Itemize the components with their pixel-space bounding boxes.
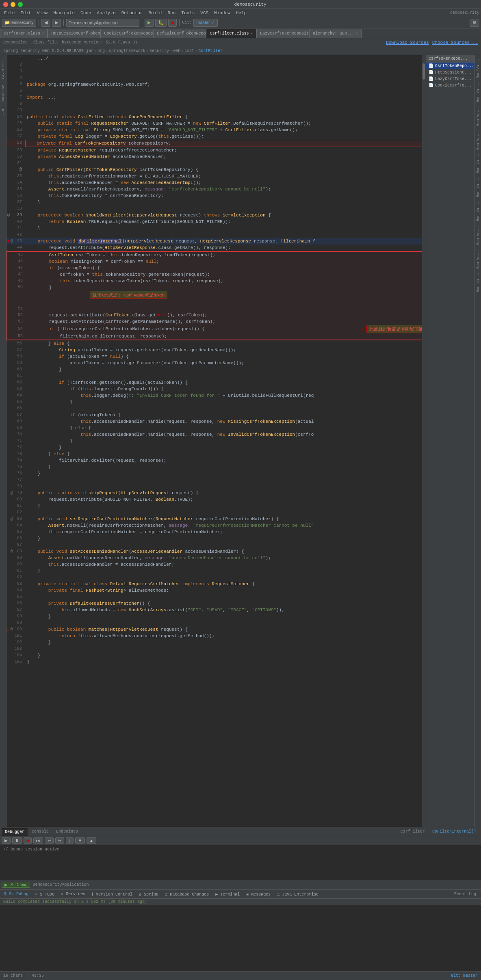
menu-vcs[interactable]: VCS <box>198 10 211 16</box>
toolbar-forward-btn[interactable]: ▶ <box>52 19 61 27</box>
right-panel-item-2[interactable]: 📄 LazyCsrfToke... <box>426 76 474 82</box>
menu-code[interactable]: Code <box>78 10 93 16</box>
far-tab-0[interactable]: Run/Va... <box>475 57 481 80</box>
bottom-btn-database[interactable]: ⊞ Database Changes <box>162 891 211 897</box>
bottom-btn-services[interactable]: ○ Services <box>58 891 88 897</box>
menu-tools[interactable]: Tools <box>179 10 197 16</box>
debug-variables-btn[interactable]: ▲ <box>87 837 96 844</box>
far-tab-9[interactable]: Bun Va... <box>475 271 481 294</box>
menu-view[interactable]: View <box>35 10 50 16</box>
tab-close-icon[interactable]: ✕ <box>356 31 358 36</box>
separator-1 <box>39 19 39 26</box>
bottom-btn-messages[interactable]: ✉ Messages <box>244 891 273 897</box>
far-tab-4[interactable]: Bun Va... <box>475 152 481 175</box>
far-tab-8[interactable]: Bun Va... <box>475 247 481 270</box>
menu-help[interactable]: Help <box>234 10 249 16</box>
debug-step-out-btn[interactable]: ↪ <box>55 837 64 844</box>
menu-file[interactable]: File <box>2 10 17 16</box>
debug-pause-btn[interactable]: ⏸ <box>12 837 22 844</box>
code-line-27: 27 private final Log logger = LogFactory… <box>6 133 426 140</box>
left-tab-favorites[interactable]: Favorites <box>1 57 6 82</box>
vertical-scrollbar[interactable] <box>422 55 426 827</box>
bottom-btn-vcs[interactable]: ℹ Version Control <box>89 891 135 897</box>
toolbar-back-btn[interactable]: ◀ <box>41 19 50 27</box>
choose-sources-link[interactable]: Choose Sources... <box>432 40 478 45</box>
bottom-btn-debug[interactable]: $ S: Debug <box>2 891 31 897</box>
bottom-btn-spring[interactable]: ✿ Spring <box>136 891 161 897</box>
far-tab-1[interactable]: Bun Va... <box>475 81 481 104</box>
window-controls[interactable] <box>3 2 23 7</box>
run-app-btn[interactable]: ▶ S: Debug <box>2 882 30 888</box>
git-btn[interactable]: master ✓ <box>193 19 218 27</box>
tab-lazy[interactable]: LazyCsrfTokenRepository.class ✕ <box>256 29 309 38</box>
menu-edit[interactable]: Edit <box>18 10 33 16</box>
minimize-btn[interactable] <box>11 2 15 7</box>
code-line-94: 94 private final HashSet<String> allowed… <box>6 587 426 594</box>
debug-btn[interactable]: 🐛 <box>155 19 167 27</box>
right-panel-item-0[interactable]: 📄 CsrfTokenRepo... <box>426 63 474 69</box>
stop-btn[interactable]: ■ <box>168 19 177 27</box>
tab-csrf-filter[interactable]: CsrfFilter.class ✕ <box>206 29 256 38</box>
code-line-91: 91 } <box>6 568 426 574</box>
far-tab-6[interactable]: Bun Va... <box>475 200 481 223</box>
search-input[interactable] <box>66 19 139 27</box>
tab-hierarchy[interactable]: Hierarchy: Sub... ✕ <box>309 29 362 38</box>
far-tab-2[interactable]: Bun Va... <box>475 104 481 128</box>
run-btn[interactable]: ▶ <box>145 19 154 27</box>
menu-build[interactable]: Build <box>146 10 164 16</box>
far-tab-3[interactable]: Bun Va... <box>475 128 481 151</box>
code-editor[interactable]: 1 .../ 2 3 4 5 package org.springframewo… <box>6 55 426 827</box>
debug-step-over-btn[interactable]: ⏭ <box>33 837 43 844</box>
code-line-38: 38 <box>6 206 426 212</box>
code-line-30: 30 private AccessDeniedHandler accessDen… <box>6 154 426 160</box>
left-tab-ant[interactable]: Ant <box>1 106 6 117</box>
right-panel-item-3[interactable]: 📄 CookieCsrfTo... <box>426 82 474 89</box>
right-panel-item-1[interactable]: 📄 HttpSessionC... <box>426 69 474 76</box>
code-line-98: 98 } <box>6 613 426 620</box>
menu-navigate[interactable]: Navigate <box>51 10 77 16</box>
tab-csrf-token[interactable]: CsrfToken.class ✕ <box>0 29 48 38</box>
menu-refactor[interactable]: Refactor <box>119 10 145 16</box>
debug-tab-console[interactable]: Console <box>28 828 52 836</box>
main-editor: Favorites Database Ant 1 .../ 2 3 4 5 pa… <box>0 55 481 827</box>
debug-frames-btn[interactable]: ▼ <box>75 837 85 844</box>
debug-tab-debugger[interactable]: Debugger <box>2 828 28 836</box>
debug-evaluate-btn[interactable]: ↕ <box>66 837 74 844</box>
far-tab-5[interactable]: Bun Va... <box>475 176 481 199</box>
download-sources-link[interactable]: Download Sources <box>386 40 429 45</box>
bottom-btn-todo[interactable]: ✓ S TODO <box>32 891 57 897</box>
debug-tab-endpoints[interactable]: Endpoints <box>53 828 81 836</box>
tab-default[interactable]: DefaultCsrfTokenRepository.class ✕ <box>153 29 206 38</box>
bottom-toolbar: $ S: Debug ✓ S TODO ○ Services ℹ Version… <box>0 889 481 898</box>
tab-cookie[interactable]: CookieCsrfTokenRepository.class ✕ <box>100 29 153 38</box>
debug-step-into-btn[interactable]: ↩ <box>45 837 54 844</box>
menu-window[interactable]: Window <box>212 10 233 16</box>
debug-stop-btn[interactable]: ■ <box>24 837 32 844</box>
maximize-btn[interactable] <box>18 2 23 7</box>
tab-http-session[interactable]: HttpSessionCsrfTokenRepository.class ✕ <box>48 29 100 38</box>
tab-close-icon[interactable]: ✕ <box>250 31 252 36</box>
bottom-btn-java-enterprise[interactable]: △ Java Enterprise <box>275 891 321 897</box>
close-btn[interactable] <box>3 2 8 7</box>
debug-resume-btn[interactable]: ▶ <box>2 837 11 844</box>
bottom-btn-terminal[interactable]: ▶ Terminal <box>213 891 242 897</box>
far-tab-7[interactable]: Bun Va... <box>475 223 481 247</box>
code-line-4: 4 <box>6 75 426 81</box>
code-line-54: 54 if (!this.requireCsrfProtectionMatche… <box>6 325 426 333</box>
settings-btn[interactable]: ⚙ <box>470 19 479 27</box>
tab-close-icon[interactable]: ✕ <box>42 31 44 36</box>
scrollbar-thumb[interactable] <box>422 63 425 80</box>
code-line-87: 87 <box>6 542 426 548</box>
menu-run[interactable]: Run <box>165 10 178 16</box>
code-line-69: 69 } else { <box>6 425 426 431</box>
tab-label: CsrfToken.class <box>4 31 40 36</box>
code-line-41: 41 } <box>6 225 426 231</box>
callout-verify: 此处就是验证是否匹配正确 <box>366 325 426 333</box>
left-tab-database[interactable]: Database <box>1 82 6 105</box>
code-line-25: 25 public static final RequestMatcher DE… <box>6 120 426 127</box>
toolbar-project-btn[interactable]: 📁 demosecurity <box>2 19 36 27</box>
menu-analyze[interactable]: Analyze <box>94 10 118 16</box>
code-line-32: @ public CsrfFilter(CsrfTokenRepository … <box>6 167 426 173</box>
event-log-btn[interactable]: Event Log <box>454 892 479 896</box>
code-line-3: 3 <box>6 68 426 75</box>
